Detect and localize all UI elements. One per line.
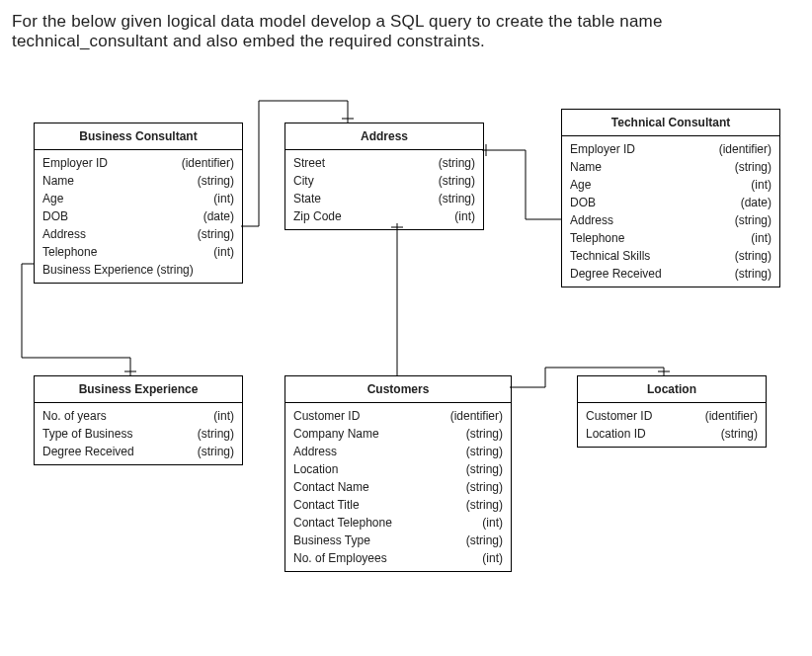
attr-type: (date) <box>203 207 234 225</box>
attr-type: (int) <box>454 207 475 225</box>
entity-customers: Customers Customer ID(identifier) Compan… <box>284 375 512 572</box>
attr-name: Contact Title <box>293 496 360 514</box>
attr-type: (string) <box>721 425 758 443</box>
attr-type: (int) <box>751 176 771 194</box>
attr-name: Address <box>570 211 613 229</box>
attr-name: State <box>293 190 321 207</box>
attr-name: Name <box>570 158 602 176</box>
attr-type: (string) <box>466 478 503 496</box>
attr-name: Degree Received <box>42 443 134 460</box>
attr-name: City <box>293 172 314 190</box>
attr-type: (int) <box>482 514 503 532</box>
attr-name: Contact Name <box>293 478 369 496</box>
entity-business-consultant: Business Consultant Employer ID(identifi… <box>34 123 243 284</box>
question-text: For the below given logical data model d… <box>12 12 800 51</box>
entity-business-experience: Business Experience No. of years(int) Ty… <box>34 375 243 465</box>
attr-type: (identifier) <box>450 407 503 425</box>
entity-title: Technical Consultant <box>562 110 779 136</box>
attr-name: Street <box>293 154 325 172</box>
entity-title: Address <box>285 123 483 150</box>
attr-name: DOB <box>570 194 596 211</box>
attr-type: (string) <box>198 425 234 443</box>
attr-name: Location ID <box>586 425 646 443</box>
attr-name: No. of years <box>42 407 107 425</box>
attr-name: DOB <box>42 207 68 225</box>
entity-address: Address Street(string) City(string) Stat… <box>284 123 484 230</box>
attr-name: Telephone <box>570 229 624 247</box>
attr-type: (string) <box>466 443 503 460</box>
attr-name: Business Type <box>293 532 370 549</box>
attr-type: (string) <box>198 172 234 190</box>
attr-type: (string) <box>439 154 475 172</box>
attr-name: Location <box>293 460 338 478</box>
attr-type: (int) <box>213 190 234 207</box>
attr-type: (string) <box>439 172 475 190</box>
attr-name: Age <box>42 190 63 207</box>
attr-type: (int) <box>482 549 503 567</box>
entity-technical-consultant: Technical Consultant Employer ID(identif… <box>561 109 780 287</box>
entity-title: Customers <box>285 376 511 403</box>
attr-name: Address <box>293 443 337 460</box>
attr-type: (identifier) <box>182 154 234 172</box>
attr-name: Customer ID <box>586 407 652 425</box>
attr-name: Business Experience (string) <box>42 261 194 279</box>
entity-title: Location <box>578 376 766 403</box>
attr-name: Company Name <box>293 425 379 443</box>
attr-type: (string) <box>735 211 771 229</box>
attr-name: No. of Employees <box>293 549 387 567</box>
attr-type: (int) <box>751 229 771 247</box>
attr-type: (date) <box>741 194 771 211</box>
entity-location: Location Customer ID(identifier) Locatio… <box>577 375 767 448</box>
attr-type: (string) <box>735 265 771 283</box>
er-diagram: Business Consultant Employer ID(identifi… <box>12 71 800 644</box>
attr-name: Employer ID <box>570 140 635 158</box>
attr-name: Degree Received <box>570 265 662 283</box>
attr-type: (int) <box>213 407 234 425</box>
entity-title: Business Consultant <box>35 123 242 150</box>
attr-type: (string) <box>735 247 771 265</box>
attr-type: (string) <box>735 158 771 176</box>
attr-type: (string) <box>466 532 503 549</box>
attr-name: Technical Skills <box>570 247 650 265</box>
attr-type: (identifier) <box>719 140 771 158</box>
attr-name: Contact Telephone <box>293 514 392 532</box>
attr-type: (identifier) <box>705 407 758 425</box>
attr-type: (string) <box>466 460 503 478</box>
attr-type: (string) <box>466 496 503 514</box>
attr-type: (string) <box>466 425 503 443</box>
attr-name: Telephone <box>42 243 97 261</box>
attr-name: Customer ID <box>293 407 360 425</box>
entity-title: Business Experience <box>35 376 242 403</box>
attr-name: Employer ID <box>42 154 108 172</box>
attr-type: (string) <box>198 225 234 243</box>
attr-name: Age <box>570 176 591 194</box>
attr-name: Zip Code <box>293 207 342 225</box>
attr-name: Address <box>42 225 86 243</box>
attr-type: (string) <box>439 190 475 207</box>
attr-type: (int) <box>213 243 234 261</box>
attr-type: (string) <box>198 443 234 460</box>
attr-name: Name <box>42 172 74 190</box>
attr-name: Type of Business <box>42 425 132 443</box>
